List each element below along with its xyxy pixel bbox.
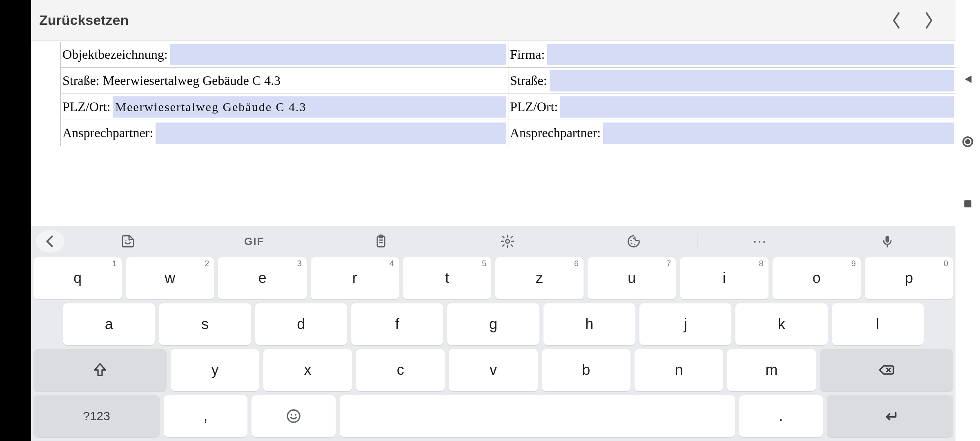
period-key[interactable]: . bbox=[739, 395, 823, 437]
key-m[interactable]: m bbox=[727, 349, 816, 391]
form-col-right: Firma: Straße: PLZ/Ort: Ansprechpartner: bbox=[508, 42, 956, 146]
key-b[interactable]: b bbox=[542, 349, 630, 391]
key-t[interactable]: t5 bbox=[403, 257, 491, 299]
row-strasse-right: Straße: bbox=[508, 68, 956, 94]
label-firma: Firma: bbox=[509, 47, 546, 62]
symbols-key[interactable]: ?123 bbox=[33, 395, 160, 437]
label-ansprech-left: Ansprechpartner: bbox=[62, 125, 155, 140]
system-nav-bar-right bbox=[956, 0, 980, 441]
label-plzort-left: PLZ/Ort: bbox=[62, 99, 112, 114]
app-main: Zurücksetzen Objektbezeichnung: Straße: … bbox=[31, 0, 956, 441]
backspace-key[interactable] bbox=[820, 349, 953, 391]
input-plzort-right[interactable] bbox=[560, 96, 954, 118]
keyboard-row-2: asdfghjkl bbox=[33, 303, 953, 345]
header-nav bbox=[890, 11, 947, 30]
label-ansprech-right: Ansprechpartner: bbox=[509, 125, 602, 140]
keyboard-back-icon[interactable] bbox=[36, 230, 65, 253]
input-ansprech-left[interactable] bbox=[156, 122, 506, 144]
shift-key[interactable] bbox=[33, 349, 167, 391]
key-o[interactable]: o9 bbox=[773, 257, 861, 299]
key-hint: 1 bbox=[112, 259, 117, 268]
row-ansprech-right: Ansprechpartner: bbox=[508, 120, 956, 146]
key-i[interactable]: i8 bbox=[680, 257, 768, 299]
key-l[interactable]: l bbox=[832, 303, 924, 345]
row-plzort-left: PLZ/Ort: Meerwiesertalweg Gebäude C 4.3 bbox=[61, 94, 508, 120]
key-u[interactable]: u7 bbox=[588, 257, 676, 299]
key-k[interactable]: k bbox=[735, 303, 827, 345]
key-hint: 6 bbox=[574, 259, 579, 268]
key-v[interactable]: v bbox=[449, 349, 537, 391]
key-y[interactable]: y bbox=[171, 349, 259, 391]
key-hint: 8 bbox=[759, 259, 764, 268]
clipboard-icon[interactable] bbox=[318, 229, 444, 254]
label-plzort-right: PLZ/Ort: bbox=[509, 99, 559, 114]
header-title[interactable]: Zurücksetzen bbox=[39, 12, 129, 28]
sticker-icon[interactable] bbox=[65, 229, 191, 254]
svg-point-5 bbox=[630, 240, 632, 241]
label-strasse-right: Straße: bbox=[509, 73, 549, 88]
input-objektbezeichnung[interactable] bbox=[170, 44, 506, 65]
svg-point-13 bbox=[291, 414, 292, 415]
input-plzort-left[interactable]: Meerwiesertalweg Gebäude C 4.3 bbox=[113, 96, 506, 118]
key-h[interactable]: h bbox=[543, 303, 635, 345]
mic-icon[interactable] bbox=[824, 229, 951, 254]
svg-point-16 bbox=[965, 139, 971, 145]
key-f[interactable]: f bbox=[351, 303, 443, 345]
key-c[interactable]: c bbox=[356, 349, 445, 391]
prev-button[interactable] bbox=[890, 11, 902, 30]
key-hint: 7 bbox=[666, 259, 671, 268]
next-button[interactable] bbox=[923, 11, 935, 30]
system-nav-bar-left bbox=[0, 0, 31, 441]
theme-icon[interactable] bbox=[570, 229, 697, 254]
form-area: Objektbezeichnung: Straße: Meerwiesertal… bbox=[31, 41, 956, 226]
key-hint: 0 bbox=[944, 259, 948, 268]
input-strasse-right[interactable] bbox=[550, 70, 954, 91]
more-icon[interactable]: ⋯ bbox=[697, 229, 824, 254]
settings-icon[interactable] bbox=[444, 229, 571, 254]
key-g[interactable]: g bbox=[447, 303, 539, 345]
key-n[interactable]: n bbox=[635, 349, 723, 391]
form-col-left: Objektbezeichnung: Straße: Meerwiesertal… bbox=[60, 42, 508, 146]
svg-point-7 bbox=[631, 243, 633, 244]
key-p[interactable]: p0 bbox=[865, 257, 953, 299]
comma-key[interactable]: , bbox=[164, 395, 248, 437]
nav-home-icon[interactable] bbox=[962, 136, 974, 149]
svg-point-6 bbox=[633, 238, 635, 239]
svg-point-8 bbox=[634, 244, 636, 245]
space-key[interactable] bbox=[340, 395, 735, 437]
row-plzort-right: PLZ/Ort: bbox=[508, 94, 956, 120]
row-firma: Firma: bbox=[508, 42, 956, 68]
key-a[interactable]: a bbox=[63, 303, 155, 345]
svg-point-14 bbox=[295, 414, 296, 415]
key-r[interactable]: r4 bbox=[311, 257, 399, 299]
key-d[interactable]: d bbox=[255, 303, 347, 345]
key-hint: 4 bbox=[390, 259, 394, 268]
value-strasse-left[interactable]: Meerwiesertalweg Gebäude C 4.3 bbox=[101, 73, 506, 88]
svg-rect-17 bbox=[964, 200, 971, 207]
header-bar: Zurücksetzen bbox=[31, 0, 956, 41]
key-j[interactable]: j bbox=[639, 303, 731, 345]
key-q[interactable]: q1 bbox=[33, 257, 122, 299]
soft-keyboard: GIF ⋯ q1w2e3r4t5z6u7i8o9p0 asdfghjkl yxc… bbox=[31, 226, 956, 441]
row-strasse-left: Straße: Meerwiesertalweg Gebäude C 4.3 bbox=[61, 68, 508, 94]
key-hint: 9 bbox=[851, 259, 856, 268]
input-firma[interactable] bbox=[547, 44, 954, 65]
key-x[interactable]: x bbox=[263, 349, 352, 391]
gif-icon[interactable]: GIF bbox=[191, 229, 318, 254]
key-s[interactable]: s bbox=[159, 303, 251, 345]
key-hint: 2 bbox=[205, 259, 209, 268]
keyboard-row-3: yxcvbnm bbox=[33, 349, 953, 391]
input-ansprech-right[interactable] bbox=[603, 122, 954, 144]
emoji-key[interactable] bbox=[252, 395, 336, 437]
key-e[interactable]: e3 bbox=[218, 257, 306, 299]
key-hint: 3 bbox=[297, 259, 301, 268]
nav-recent-icon[interactable] bbox=[962, 198, 973, 211]
svg-point-12 bbox=[287, 410, 300, 422]
keyboard-rows: q1w2e3r4t5z6u7i8o9p0 asdfghjkl yxcvbnm ?… bbox=[31, 256, 956, 441]
keyboard-toolbar: GIF ⋯ bbox=[31, 226, 956, 256]
key-w[interactable]: w2 bbox=[126, 257, 214, 299]
nav-back-icon[interactable] bbox=[962, 74, 973, 87]
enter-key[interactable] bbox=[827, 395, 953, 437]
key-z[interactable]: z6 bbox=[495, 257, 584, 299]
row-objektbezeichnung: Objektbezeichnung: bbox=[61, 42, 508, 68]
